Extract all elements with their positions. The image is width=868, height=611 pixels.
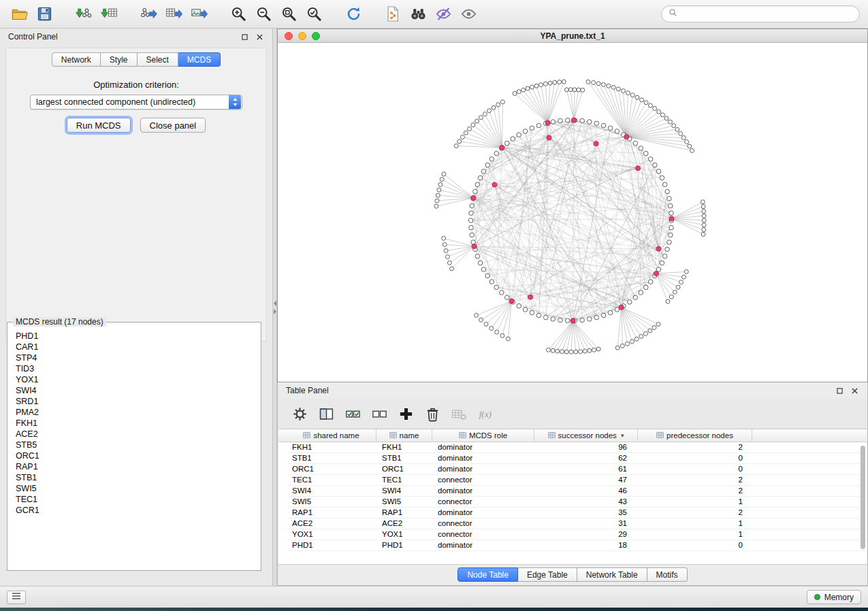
export-network-button[interactable] bbox=[138, 3, 159, 25]
mcds-result-item[interactable]: ORC1 bbox=[16, 450, 259, 461]
zoom-selected-region-button[interactable] bbox=[303, 3, 325, 25]
import-table-icon bbox=[101, 5, 118, 22]
table-row[interactable]: TEC1TEC1connector472 bbox=[287, 475, 867, 486]
tab-network[interactable]: Network bbox=[52, 52, 101, 67]
import-table-from-file-button[interactable] bbox=[98, 3, 120, 25]
mcds-result-item[interactable]: STB1 bbox=[16, 472, 259, 483]
mcds-result-item[interactable]: YOX1 bbox=[16, 374, 259, 385]
table-mode-settings-button[interactable] bbox=[290, 404, 309, 423]
table-cell: RAP1 bbox=[287, 508, 376, 518]
mcds-result-item[interactable]: GCR1 bbox=[16, 505, 259, 516]
refresh-view-button[interactable] bbox=[342, 3, 364, 25]
mcds-result-item[interactable]: STP4 bbox=[16, 352, 259, 363]
export-image-button[interactable] bbox=[188, 3, 210, 25]
column-header-shared-name[interactable]: shared name bbox=[287, 429, 376, 442]
table-scrollbar-thumb[interactable] bbox=[861, 446, 865, 549]
search-icon bbox=[668, 7, 678, 20]
memory-button[interactable]: Memory bbox=[807, 590, 861, 604]
table-row[interactable]: ACE2ACE2connector311 bbox=[287, 518, 867, 529]
hide-graphics-details-button[interactable] bbox=[432, 3, 454, 25]
mcds-result-list[interactable]: PHD1CAR1STP4TID3YOX1SWI4SRD1PMA2FKH1ACE2… bbox=[9, 328, 259, 569]
column-header-predecessor-nodes[interactable]: predecessor nodes bbox=[638, 429, 752, 442]
close-table-panel-icon[interactable] bbox=[850, 386, 859, 395]
mcds-result-item[interactable]: ACE2 bbox=[16, 429, 259, 440]
search-box[interactable] bbox=[661, 5, 860, 22]
float-panel-icon[interactable] bbox=[240, 32, 249, 42]
sort-caret-icon: ▾ bbox=[621, 432, 624, 439]
network-canvas[interactable] bbox=[278, 43, 867, 382]
import-network-from-file-button[interactable] bbox=[73, 3, 95, 25]
table-row[interactable]: FKH1FKH1dominator962 bbox=[287, 442, 867, 453]
table-cell: 1 bbox=[638, 529, 752, 540]
table-cell-filler bbox=[752, 497, 867, 507]
table-tab-motifs[interactable]: Motifs bbox=[647, 567, 688, 582]
table-cell-filler bbox=[752, 540, 867, 550]
column-header-name[interactable]: name bbox=[376, 429, 432, 442]
open-session-button[interactable] bbox=[8, 3, 30, 25]
export-document-button[interactable] bbox=[382, 3, 404, 25]
table-row[interactable]: SWI4SWI4dominator462 bbox=[287, 486, 867, 497]
mcds-result-item[interactable]: SWI4 bbox=[16, 385, 259, 396]
panel-splitter[interactable] bbox=[272, 29, 277, 586]
table-row[interactable]: ORC1ORC1dominator610 bbox=[287, 464, 867, 475]
create-new-column-button[interactable] bbox=[396, 404, 415, 423]
show-hide-columns-button[interactable] bbox=[317, 404, 336, 423]
tab-select[interactable]: Select bbox=[138, 52, 178, 67]
mcds-result-item[interactable]: STB5 bbox=[16, 440, 259, 450]
zoom-in-button[interactable] bbox=[227, 3, 249, 25]
zoom-out-button[interactable] bbox=[253, 3, 274, 25]
window-maximize-icon[interactable] bbox=[312, 32, 320, 40]
refresh-icon bbox=[345, 5, 362, 22]
mcds-result-item[interactable]: SRD1 bbox=[16, 396, 259, 407]
mcds-result-item[interactable]: TEC1 bbox=[16, 494, 259, 505]
export-table-button[interactable] bbox=[163, 3, 184, 25]
tab-style[interactable]: Style bbox=[101, 52, 138, 67]
mcds-result-item[interactable]: SWI5 bbox=[16, 483, 259, 494]
save-session-button[interactable] bbox=[33, 3, 55, 25]
table-cell: SWI4 bbox=[376, 486, 432, 496]
task-history-button[interactable] bbox=[7, 591, 26, 604]
mcds-result-item[interactable]: FKH1 bbox=[16, 418, 259, 429]
tab-mcds[interactable]: MCDS bbox=[178, 52, 221, 67]
mcds-result-item[interactable]: PHD1 bbox=[16, 331, 259, 342]
table-row[interactable]: YOX1YOX1connector291 bbox=[287, 529, 867, 540]
float-table-panel-icon[interactable] bbox=[835, 386, 844, 395]
table-row[interactable]: RAP1RAP1dominator352 bbox=[287, 508, 867, 518]
mcds-result-item[interactable]: TID3 bbox=[16, 363, 259, 374]
window-close-icon[interactable] bbox=[285, 32, 293, 40]
mcds-result-item[interactable]: RAP1 bbox=[16, 461, 259, 472]
mcds-result-item[interactable]: CAR1 bbox=[16, 342, 259, 352]
table-cell: PHD1 bbox=[376, 540, 432, 550]
search-input[interactable] bbox=[681, 10, 853, 19]
table-row[interactable]: STB1STB1dominator620 bbox=[287, 453, 867, 464]
delete-columns-button[interactable] bbox=[423, 404, 442, 423]
table-row[interactable]: SWI5SWI5connector431 bbox=[287, 497, 867, 508]
delete-table-button bbox=[449, 404, 468, 423]
close-mcds-panel-button[interactable]: Close panel bbox=[140, 118, 206, 133]
table-tab-network-table[interactable]: Network Table bbox=[577, 567, 647, 582]
doc-share-icon bbox=[385, 5, 402, 22]
import-net-icon bbox=[76, 5, 93, 22]
binoculars-icon bbox=[410, 5, 427, 22]
application-window: Control Panel NetworkStyleSelectMCDS Opt… bbox=[0, 0, 868, 608]
table-row[interactable]: PHD1PHD1dominator180 bbox=[287, 540, 867, 551]
column-header-mcds-role[interactable]: MCDS role bbox=[432, 429, 534, 442]
column-header-successor-nodes[interactable]: successor nodes▾ bbox=[534, 429, 638, 442]
optimization-criterion-select[interactable]: largest connected component (undirected) bbox=[30, 95, 242, 110]
columns-icon bbox=[319, 406, 334, 422]
show-graphics-details-button[interactable] bbox=[457, 3, 479, 25]
run-mcds-button[interactable]: Run MCDS bbox=[67, 118, 131, 133]
table-tab-edge-table[interactable]: Edge Table bbox=[518, 567, 577, 582]
table-cell: dominator bbox=[432, 540, 534, 550]
find-button[interactable] bbox=[407, 3, 429, 25]
mcds-result-item[interactable]: PMA2 bbox=[16, 407, 259, 418]
zoom-fit-content-button[interactable] bbox=[278, 3, 300, 25]
table-tab-node-table[interactable]: Node Table bbox=[457, 567, 518, 582]
plus-icon bbox=[398, 406, 414, 422]
window-minimize-icon[interactable] bbox=[298, 32, 306, 40]
network-graph[interactable] bbox=[278, 43, 867, 382]
select-all-rows-button[interactable] bbox=[343, 404, 362, 423]
deselect-all-rows-button[interactable] bbox=[370, 404, 389, 423]
column-header-filler bbox=[752, 429, 867, 442]
close-panel-icon[interactable] bbox=[255, 32, 264, 42]
